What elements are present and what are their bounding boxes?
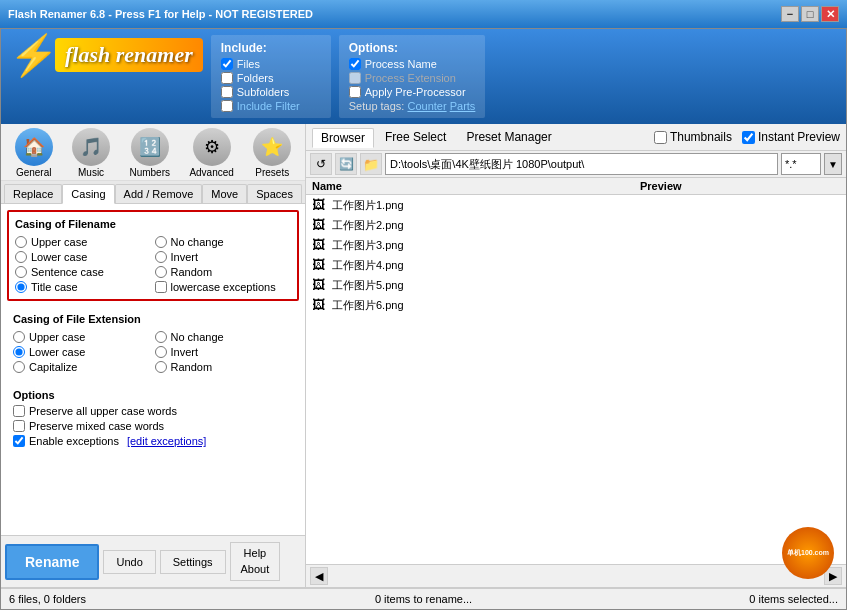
path-input[interactable] — [385, 153, 778, 175]
process-name-label: Process Name — [365, 58, 437, 70]
sentence-case-filename-radio[interactable]: Sentence case — [15, 266, 152, 278]
file-name: 工作图片1.png — [332, 198, 840, 213]
rename-button[interactable]: Rename — [5, 544, 99, 580]
folder-icon-button[interactable]: 📁 — [360, 153, 382, 175]
random-ext-radio[interactable]: Random — [155, 361, 294, 373]
process-extension-checkbox-row[interactable]: Process Extension — [349, 72, 476, 84]
tab-add-remove[interactable]: Add / Remove — [115, 184, 203, 203]
title-case-filename-radio[interactable]: Title case — [15, 281, 152, 293]
files-count: 6 files, 0 folders — [9, 593, 285, 605]
tab-casing[interactable]: Casing — [62, 184, 114, 204]
browser-tab[interactable]: Browser — [312, 128, 374, 148]
tab-move[interactable]: Move — [202, 184, 247, 203]
folders-checkbox-row[interactable]: Folders — [221, 72, 321, 84]
file-row[interactable]: 🖼 工作图片2.png — [306, 215, 846, 235]
random-filename-radio[interactable]: Random — [155, 266, 292, 278]
upper-case-filename-radio[interactable]: Upper case — [15, 236, 152, 248]
instant-preview-checkbox-row[interactable]: Instant Preview — [742, 130, 840, 144]
file-icon: 🖼 — [312, 257, 328, 273]
free-select-tab[interactable]: Free Select — [376, 127, 455, 147]
file-table-header: Name Preview — [306, 178, 846, 195]
preserve-mixed-checkbox[interactable] — [13, 420, 25, 432]
file-row[interactable]: 🖼 工作图片4.png — [306, 255, 846, 275]
no-change-filename-radio[interactable]: No change — [155, 236, 292, 248]
counter-link[interactable]: Counter — [407, 100, 446, 112]
include-filter-checkbox[interactable] — [221, 100, 233, 112]
include-filter-checkbox-row[interactable]: Include Filter — [221, 100, 321, 112]
ext-dropdown-button[interactable]: ▼ — [824, 153, 842, 175]
setup-tags-label: Setup tags: — [349, 100, 405, 112]
subfolders-checkbox-row[interactable]: Subfolders — [221, 86, 321, 98]
preserve-upper-row[interactable]: Preserve all upper case words — [13, 405, 293, 417]
enable-exceptions-row[interactable]: Enable exceptions — [13, 435, 119, 447]
numbers-button[interactable]: 🔢 Numbers — [129, 128, 170, 178]
upper-case-ext-radio[interactable]: Upper case — [13, 331, 152, 343]
file-row[interactable]: 🖼 工作图片1.png — [306, 195, 846, 215]
maximize-button[interactable]: □ — [801, 6, 819, 22]
presets-button[interactable]: ⭐ Presets — [253, 128, 291, 178]
invert-ext-radio[interactable]: Invert — [155, 346, 294, 358]
process-name-checkbox[interactable] — [349, 58, 361, 70]
lowercase-exceptions-checkbox[interactable] — [155, 281, 167, 293]
file-list: 🖼 工作图片1.png 🖼 工作图片2.png 🖼 工作图片3.png 🖼 工作… — [306, 195, 846, 564]
lower-case-filename-radio[interactable]: Lower case — [15, 251, 152, 263]
include-label: Include: — [221, 41, 321, 55]
music-button[interactable]: 🎵 Music — [72, 128, 110, 178]
scroll-left-button[interactable]: ◀ — [310, 567, 328, 585]
general-button[interactable]: 🏠 General — [15, 128, 53, 178]
files-checkbox[interactable] — [221, 58, 233, 70]
nav-forward-button[interactable]: 🔄 — [335, 153, 357, 175]
casing-extension-section: Casing of File Extension Upper case No c… — [7, 309, 299, 377]
edit-exceptions-link[interactable]: [edit exceptions] — [127, 435, 207, 447]
help-about-button[interactable]: Help About — [230, 542, 281, 581]
file-icon: 🖼 — [312, 237, 328, 253]
parts-link[interactable]: Parts — [450, 100, 476, 112]
tab-replace[interactable]: Replace — [4, 184, 62, 203]
casing-filename-section: Casing of Filename Upper case No change — [7, 210, 299, 301]
nav-back-button[interactable]: ↺ — [310, 153, 332, 175]
enable-exceptions-checkbox[interactable] — [13, 435, 25, 447]
process-extension-checkbox — [349, 72, 361, 84]
file-row[interactable]: 🖼 工作图片6.png — [306, 295, 846, 315]
apply-preprocessor-checkbox-row[interactable]: Apply Pre-Processor — [349, 86, 476, 98]
options-label: Options: — [349, 41, 476, 55]
undo-button[interactable]: Undo — [103, 550, 155, 574]
app-title: Flash Renamer 6.8 - Press F1 for Help - … — [8, 8, 781, 20]
process-name-checkbox-row[interactable]: Process Name — [349, 58, 476, 70]
settings-button[interactable]: Settings — [160, 550, 226, 574]
file-row[interactable]: 🖼 工作图片5.png — [306, 275, 846, 295]
apply-preprocessor-checkbox[interactable] — [349, 86, 361, 98]
casing-extension-title: Casing of File Extension — [13, 313, 293, 325]
subfolders-label: Subfolders — [237, 86, 290, 98]
subfolders-checkbox[interactable] — [221, 86, 233, 98]
invert-filename-radio[interactable]: Invert — [155, 251, 292, 263]
tab-spaces[interactable]: Spaces — [247, 184, 302, 203]
extension-filter-input[interactable] — [781, 153, 821, 175]
folders-checkbox[interactable] — [221, 72, 233, 84]
advanced-button[interactable]: ⚙ Advanced — [189, 128, 233, 178]
thumbnails-checkbox[interactable] — [654, 131, 667, 144]
preserve-mixed-row[interactable]: Preserve mixed case words — [13, 420, 293, 432]
instant-preview-label: Instant Preview — [758, 130, 840, 144]
casing-filename-title: Casing of Filename — [15, 218, 291, 230]
app-logo: ⚡ flash renamer — [9, 35, 203, 75]
thumbnails-label: Thumbnails — [670, 130, 732, 144]
files-label: Files — [237, 58, 260, 70]
thumbnails-checkbox-row[interactable]: Thumbnails — [654, 130, 732, 144]
instant-preview-checkbox[interactable] — [742, 131, 755, 144]
preserve-upper-checkbox[interactable] — [13, 405, 25, 417]
close-button[interactable]: ✕ — [821, 6, 839, 22]
lowercase-exceptions-checkbox-row[interactable]: lowercase exceptions — [155, 281, 292, 293]
items-to-rename: 0 items to rename... — [285, 593, 561, 605]
files-checkbox-row[interactable]: Files — [221, 58, 321, 70]
file-name: 工作图片5.png — [332, 278, 840, 293]
minimize-button[interactable]: − — [781, 6, 799, 22]
capitalize-ext-radio[interactable]: Capitalize — [13, 361, 152, 373]
lower-case-ext-radio[interactable]: Lower case — [13, 346, 152, 358]
file-icon: 🖼 — [312, 277, 328, 293]
file-row[interactable]: 🖼 工作图片3.png — [306, 235, 846, 255]
no-change-ext-radio[interactable]: No change — [155, 331, 294, 343]
name-column-header: Name — [312, 180, 640, 192]
preset-manager-tab[interactable]: Preset Manager — [457, 127, 560, 147]
music-label: Music — [78, 167, 104, 178]
